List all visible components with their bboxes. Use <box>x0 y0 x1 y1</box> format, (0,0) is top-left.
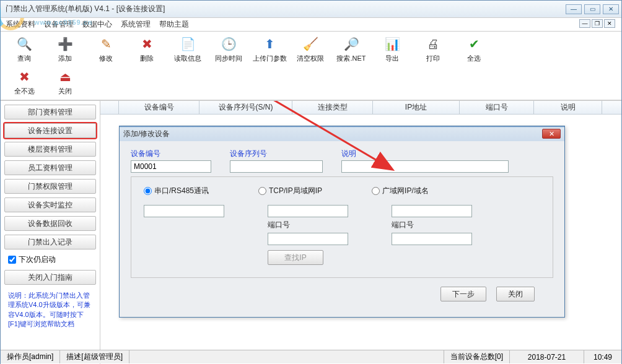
sidebar-item-0[interactable]: 部门资料管理 <box>4 105 96 119</box>
sidebar-item-6[interactable]: 设备数据回收 <box>4 216 96 231</box>
maximize-button[interactable]: ▭ <box>584 4 600 14</box>
tool-icon: ⬆ <box>261 35 278 53</box>
tool-label: 搜索.NET <box>336 54 366 63</box>
status-device-count: 当前设备总数[0] <box>444 350 510 363</box>
find-ip-button[interactable]: 查找IP <box>268 250 323 265</box>
col-header[interactable]: IP地址 <box>373 101 460 114</box>
menu-item[interactable]: 帮助主题 <box>159 19 189 30</box>
tool-label: 全不选 <box>14 87 35 96</box>
lan-port-label: 端口号 <box>268 220 348 230</box>
tool-icon: ➕ <box>56 35 74 53</box>
sidebar-item-5[interactable]: 设备实时监控 <box>4 197 96 212</box>
tool-label: 打印 <box>426 54 440 63</box>
tool-label: 修改 <box>99 54 113 63</box>
dialog-titlebar: 添加/修改设备 ✕ <box>120 126 564 141</box>
tool-icon: ⏏ <box>56 68 74 85</box>
tool-icon: 🕒 <box>220 35 237 53</box>
menu-item[interactable]: 系统资料 <box>6 19 35 30</box>
tool-关闭[interactable]: ⏏关闭 <box>45 67 85 97</box>
close-guide-button[interactable]: 关闭入门指南 <box>4 270 96 285</box>
lan-ip-input[interactable] <box>268 205 348 217</box>
mdi-close[interactable]: ✕ <box>604 19 615 28</box>
tool-查询[interactable]: 🔍查询 <box>4 34 44 64</box>
radio-serial[interactable]: 串口/RS485通讯 <box>144 186 209 196</box>
next-start-checkbox[interactable]: 下次仍启动 <box>4 253 96 266</box>
dialog-close-btn[interactable]: 关闭 <box>496 287 535 301</box>
desc-input[interactable] <box>341 160 509 173</box>
tool-全选[interactable]: ✔全选 <box>454 34 494 64</box>
toolbar: 🔍查询➕添加✎修改✖删除📄读取信息🕒同步时间⬆上传门参数🧹清空权限🔎搜索.NET… <box>1 32 621 100</box>
tool-icon: 🔎 <box>343 35 360 53</box>
dialog-close-button[interactable]: ✕ <box>542 129 561 139</box>
tool-清空权限[interactable]: 🧹清空权限 <box>291 34 330 64</box>
radio-wan[interactable]: 广域网IP/域名 <box>372 186 429 196</box>
sidebar-item-4[interactable]: 门禁权限管理 <box>4 179 96 194</box>
sidebar-item-3[interactable]: 员工资料管理 <box>4 160 96 175</box>
tool-icon: ✎ <box>97 35 115 53</box>
main-area: 设备编号设备序列号(S/N)连接类型IP地址端口号说明 添加/修改设备 ✕ 设备… <box>100 101 621 364</box>
menu-item[interactable]: 设备管理 <box>44 19 74 30</box>
tool-删除[interactable]: ✖删除 <box>127 34 167 64</box>
tool-同步时间[interactable]: 🕒同步时间 <box>209 34 248 64</box>
tool-导出[interactable]: 📊导出 <box>372 34 412 64</box>
sidebar: 部门资料管理设备连接设置楼层资料管理员工资料管理门禁权限管理设备实时监控设备数据… <box>1 101 100 364</box>
close-button[interactable]: ✕ <box>603 4 619 14</box>
serial-label: 设备序列号 <box>230 149 323 159</box>
desc-label: 说明 <box>341 149 509 159</box>
tool-修改[interactable]: ✎修改 <box>86 34 126 64</box>
device-no-input[interactable] <box>131 160 211 173</box>
wan-ip-input[interactable] <box>392 205 472 217</box>
tool-icon: 🧹 <box>302 35 319 53</box>
titlebar: 门禁出入管理系统(单机版) V4.1 - [设备连接设置] — ▭ ✕ <box>1 1 621 18</box>
wan-port-label: 端口号 <box>392 220 472 230</box>
radio-tcpip[interactable]: TCP/IP局域网IP <box>258 186 322 196</box>
window-title: 门禁出入管理系统(单机版) V4.1 - [设备连接设置] <box>3 4 566 14</box>
tool-icon: ✖ <box>138 35 156 53</box>
status-desc: 描述[超级管理员] <box>60 350 129 363</box>
tool-label: 导出 <box>385 54 399 63</box>
tool-label: 查询 <box>17 54 31 63</box>
wan-port-input[interactable] <box>392 233 472 245</box>
tool-icon: ✖ <box>15 68 33 85</box>
col-header[interactable]: 端口号 <box>460 101 534 114</box>
tool-label: 关闭 <box>58 87 72 96</box>
tool-打印[interactable]: 🖨打印 <box>413 34 453 64</box>
status-operator: 操作员[admin] <box>1 350 60 363</box>
tool-label: 读取信息 <box>174 54 201 63</box>
tool-icon: 📊 <box>383 35 401 53</box>
tool-搜索.NET[interactable]: 🔎搜索.NET <box>331 34 371 64</box>
sidebar-item-1[interactable]: 设备连接设置 <box>4 123 96 138</box>
device-no-label: 设备编号 <box>131 149 211 159</box>
serial-port-input[interactable] <box>144 205 224 217</box>
tool-读取信息[interactable]: 📄读取信息 <box>168 34 208 64</box>
col-header[interactable]: 设备序列号(S/N) <box>199 101 292 114</box>
minimize-button[interactable]: — <box>566 4 582 14</box>
menu-item[interactable]: 数据中心 <box>82 19 112 30</box>
mdi-minimize[interactable]: — <box>579 19 590 28</box>
serial-input[interactable] <box>230 160 323 173</box>
mdi-restore[interactable]: ❐ <box>592 19 603 28</box>
add-edit-device-dialog: 添加/修改设备 ✕ 设备编号 设备序列号 说明 <box>119 126 565 318</box>
tool-icon: 🖨 <box>424 35 442 53</box>
tool-label: 上传门参数 <box>253 54 287 63</box>
tool-label: 删除 <box>140 54 154 63</box>
col-header[interactable]: 设备编号 <box>119 101 199 114</box>
next-button[interactable]: 下一步 <box>440 287 486 301</box>
tool-全不选[interactable]: ✖全不选 <box>4 67 44 97</box>
status-date: 2018-07-21 <box>510 350 584 363</box>
grid-header: 设备编号设备序列号(S/N)连接类型IP地址端口号说明 <box>100 101 621 115</box>
sidebar-info: 说明：此系统为门禁出入管理系统V4.0升级版本，可兼容V4.0版本。可随时按下[… <box>4 288 96 332</box>
lan-port-input[interactable] <box>268 233 348 245</box>
col-header[interactable]: 说明 <box>534 101 602 114</box>
tool-上传门参数[interactable]: ⬆上传门参数 <box>250 34 289 64</box>
col-header[interactable] <box>100 101 119 114</box>
tool-添加[interactable]: ➕添加 <box>45 34 85 64</box>
menubar: 系统资料 设备管理 数据中心 系统管理 帮助主题 <box>1 18 621 32</box>
statusbar: 操作员[admin] 描述[超级管理员] 当前设备总数[0] 2018-07-2… <box>1 350 621 363</box>
tool-icon: 🔍 <box>15 35 33 53</box>
dialog-title: 添加/修改设备 <box>123 129 170 139</box>
sidebar-item-2[interactable]: 楼层资料管理 <box>4 142 96 157</box>
col-header[interactable]: 连接类型 <box>292 101 373 114</box>
sidebar-item-7[interactable]: 门禁出入记录 <box>4 235 96 249</box>
menu-item[interactable]: 系统管理 <box>121 19 151 30</box>
